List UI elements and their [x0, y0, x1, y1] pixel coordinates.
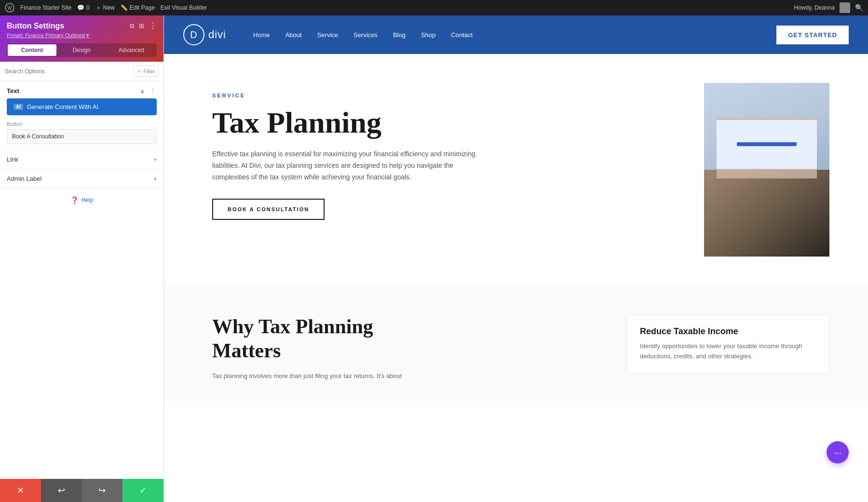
comments-item[interactable]: 💬 0	[77, 4, 90, 11]
search-bar: ＋ Filter	[0, 62, 163, 81]
settings-title: Button Settings	[7, 22, 64, 30]
nav-about[interactable]: About	[278, 15, 310, 54]
logo-circle: D	[183, 24, 204, 45]
grid-icon[interactable]: ⊞	[139, 22, 144, 29]
plus-icon: ＋	[95, 4, 101, 12]
text-section-header: Text ▲ ⋮	[0, 81, 163, 98]
site-nav: Home About Service Services Blog Shop Co…	[245, 15, 776, 54]
filter-plus-icon: ＋	[136, 68, 142, 75]
admin-bar-right: Howdy, Deanna 🔍	[794, 2, 864, 13]
new-item[interactable]: ＋ New	[95, 4, 115, 12]
screen-blue-bar	[737, 142, 797, 146]
why-card-title: Reduce Taxable Income	[640, 326, 816, 337]
text-section-title: Text	[7, 87, 19, 95]
nav-contact[interactable]: Contact	[443, 15, 480, 54]
nav-service[interactable]: Service	[310, 15, 346, 54]
edit-page-label: Edit Page	[130, 4, 155, 11]
site-logo: D divi	[183, 24, 226, 45]
logo-letter: D	[190, 29, 197, 41]
more-icon[interactable]: ⋮	[149, 21, 157, 30]
sidebar-bottom-bar: ✕ ↩ ↪ ✓	[0, 479, 163, 502]
header-title-row: Button Settings ⧉ ⊞ ⋮	[7, 21, 157, 30]
admin-bar: W Finance Starter Site 💬 0 ＋ New ✏️ Edit…	[0, 0, 868, 15]
undo-button[interactable]: ↩	[41, 479, 82, 502]
admin-label-title: Admin Label	[7, 175, 41, 182]
nav-blog[interactable]: Blog	[385, 15, 413, 54]
exit-builder-item[interactable]: Exit Visual Builder	[161, 4, 207, 11]
nav-shop[interactable]: Shop	[413, 15, 443, 54]
filter-label: Filter	[144, 68, 155, 74]
button-settings-header: Button Settings ⧉ ⊞ ⋮ Preset: Finance Pr…	[0, 15, 163, 62]
hero-text: SERVICE Tax Planning Effective tax plann…	[212, 83, 675, 220]
main-layout: Button Settings ⧉ ⊞ ⋮ Preset: Finance Pr…	[0, 15, 868, 502]
site-name: Finance Starter Site	[20, 4, 71, 11]
hero-section: SERVICE Tax Planning Effective tax plann…	[164, 54, 868, 285]
link-section[interactable]: Link ▾	[0, 149, 163, 169]
site-header: D divi Home About Service Services Blog …	[164, 15, 868, 54]
sidebar-content: Text ▲ ⋮ AI Generate Content With AI But…	[0, 81, 163, 479]
service-label: SERVICE	[212, 93, 675, 98]
hero-description: Effective tax planning is essential for …	[212, 149, 482, 183]
cancel-button[interactable]: ✕	[0, 479, 41, 502]
nav-services[interactable]: Services	[346, 15, 385, 54]
link-chevron-icon: ▾	[154, 156, 157, 163]
why-text: Why Tax PlanningMatters Tax planning inv…	[212, 314, 598, 381]
redo-button[interactable]: ↪	[82, 479, 123, 502]
fab-dots-icon: ···	[834, 447, 842, 458]
save-button[interactable]: ✓	[122, 479, 163, 502]
filter-button[interactable]: ＋ Filter	[133, 66, 159, 77]
preset-label: Preset: Finance Primary Outlined ▾	[7, 32, 157, 39]
why-title: Why Tax PlanningMatters	[212, 314, 598, 363]
button-field-section: Button	[0, 121, 163, 149]
fab-button[interactable]: ···	[827, 441, 849, 463]
section-controls: ▲ ⋮	[139, 87, 157, 95]
admin-chevron-icon: ▾	[154, 176, 157, 182]
preset-dropdown-icon[interactable]: ▾	[86, 32, 89, 38]
avatar	[840, 2, 850, 13]
why-section: Why Tax PlanningMatters Tax planning inv…	[164, 285, 868, 401]
comment-icon: 💬	[77, 4, 84, 11]
edit-page-item[interactable]: ✏️ Edit Page	[121, 4, 155, 11]
chevron-up-icon[interactable]: ▲	[139, 87, 146, 95]
help-section[interactable]: ❓ Help	[0, 188, 163, 212]
button-field-label: Button	[7, 121, 157, 127]
admin-label-section[interactable]: Admin Label ▾	[0, 169, 163, 188]
ai-badge: AI	[14, 104, 23, 110]
sidebar-tabs: Content Design Advanced	[7, 43, 157, 57]
page-content: SERVICE Tax Planning Effective tax plann…	[164, 54, 868, 502]
copy-icon[interactable]: ⧉	[130, 22, 134, 30]
section-dots-icon[interactable]: ⋮	[149, 87, 157, 95]
link-title: Link	[7, 156, 18, 163]
wp-logo-item[interactable]: W	[5, 3, 14, 13]
content-area: D divi Home About Service Services Blog …	[164, 15, 868, 502]
tab-design[interactable]: Design	[57, 44, 106, 56]
ai-generate-button[interactable]: AI Generate Content With AI	[7, 98, 157, 115]
why-card: Reduce Taxable Income Identify opportuni…	[627, 314, 829, 374]
svg-text:W: W	[7, 5, 12, 11]
screen-content	[717, 120, 817, 169]
howdy-text: Howdy, Deanna	[794, 4, 835, 11]
comment-count: 0	[86, 4, 90, 11]
get-started-button[interactable]: GET STARTED	[776, 26, 849, 44]
hands-overlay	[704, 170, 829, 257]
logo-name: divi	[208, 28, 226, 41]
new-label: New	[103, 4, 115, 11]
header-icons: ⧉ ⊞ ⋮	[130, 21, 157, 30]
nav-home[interactable]: Home	[245, 15, 278, 54]
site-name-item[interactable]: Finance Starter Site	[20, 4, 71, 11]
ai-btn-label: Generate Content With AI	[27, 103, 98, 110]
exit-builder-label: Exit Visual Builder	[161, 4, 207, 11]
hero-image	[704, 83, 829, 257]
preset-text: Preset: Finance Primary Outlined	[7, 32, 85, 38]
tab-content[interactable]: Content	[8, 44, 56, 56]
sidebar: Button Settings ⧉ ⊞ ⋮ Preset: Finance Pr…	[0, 15, 164, 502]
search-input[interactable]	[5, 68, 130, 75]
help-icon: ❓	[70, 196, 79, 204]
why-description: Tax planning involves more than just fil…	[212, 371, 598, 381]
pencil-icon: ✏️	[121, 4, 128, 11]
button-text-input[interactable]	[7, 129, 157, 144]
tab-advanced[interactable]: Advanced	[107, 44, 156, 56]
consultation-button[interactable]: BOOK A CONSULTATION	[212, 199, 325, 220]
search-icon[interactable]: 🔍	[855, 4, 863, 12]
hero-title: Tax Planning	[212, 106, 675, 139]
